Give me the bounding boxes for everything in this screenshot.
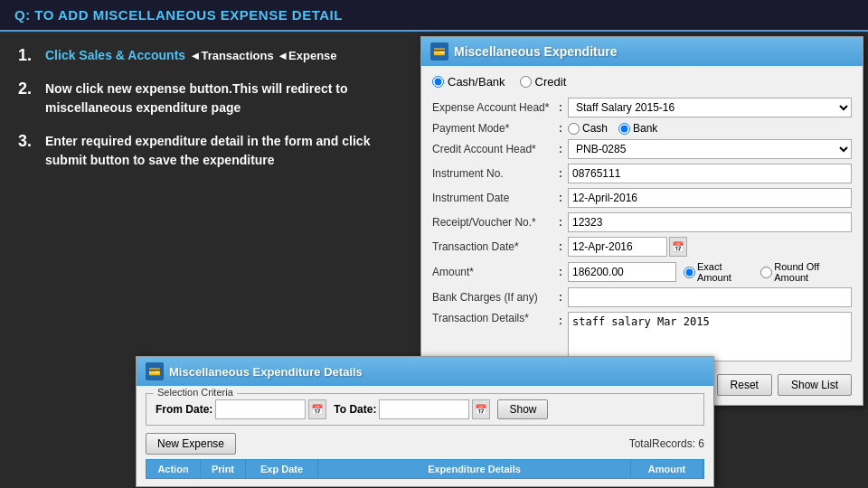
date-filter-row: From Date: 📅 To Date: 📅 Show — [156, 399, 694, 419]
exact-amount-option[interactable]: Exact Amount — [684, 261, 755, 283]
instrument-no-row: Instrument No. : — [432, 164, 852, 183]
to-date-calendar-icon[interactable]: 📅 — [472, 399, 490, 419]
step-number-2: 2. — [18, 80, 36, 99]
page-title: Q: TO ADD MISCELLANEOUS EXPENSE DETAIL — [14, 7, 854, 23]
total-records: TotalRecords: 6 — [629, 437, 704, 450]
instruction-3: 3. Enter required expenditure detail in … — [18, 132, 380, 170]
col-header-action: Action — [146, 460, 201, 478]
selection-criteria-legend: Selection Criteria — [154, 387, 237, 398]
instrument-date-input[interactable] — [568, 188, 852, 208]
from-date-label: From Date: — [156, 403, 212, 416]
content-area: 1. Click Sales & Accounts ◄Transactions … — [0, 32, 868, 487]
instruction-2: 2. Now click new expense button.This wil… — [18, 80, 380, 117]
step-1-text: Click Sales & Accounts — [45, 48, 185, 62]
receipt-voucher-label: Receipt/Voucher No.* — [432, 216, 559, 229]
form-title-icon: 💳 — [430, 42, 448, 61]
transaction-date-wrapper: 📅 — [568, 237, 687, 257]
credit-account-head-row: Credit Account Head* : PNB-0285 — [432, 139, 852, 159]
misc-expenditure-form: 💳 Miscellaneous Expenditure Cash/Bank Cr… — [420, 36, 863, 406]
amount-input[interactable] — [568, 262, 676, 282]
bank-payment-radio[interactable] — [618, 123, 630, 135]
selection-criteria-box: Selection Criteria From Date: 📅 To Date:… — [146, 393, 704, 426]
bottom-title-bar: 💳 Miscellaneous Expenditure Details — [137, 357, 713, 386]
transaction-details-textarea[interactable]: staff salary Mar 2015 — [568, 312, 852, 361]
bank-charges-row: Bank Charges (If any) : — [432, 287, 852, 307]
instrument-no-label: Instrument No. — [432, 167, 559, 180]
new-expense-button[interactable]: New Expense — [146, 433, 236, 455]
cash-credit-radio-group: Cash/Bank Credit — [432, 75, 852, 89]
payment-mode-radios: Cash Bank — [568, 122, 657, 135]
col-header-expdate: Exp Date — [246, 460, 318, 478]
amount-row: Amount* : Exact Amount Round Off Amount — [432, 261, 852, 283]
show-list-button[interactable]: Show List — [778, 374, 852, 396]
to-date-label: To Date: — [334, 403, 376, 416]
cash-radio-option[interactable]: Cash — [568, 122, 608, 135]
bottom-title-text: Miscellaneous Expenditure Details — [169, 365, 363, 379]
instrument-date-row: Instrument Date : — [432, 188, 852, 208]
step-1-arrow: ◄Transactions ◄Expense — [190, 49, 337, 62]
form-title-text: Miscellaneous Expenditure — [454, 44, 618, 59]
amount-options: Exact Amount Round Off Amount — [568, 261, 852, 283]
bank-radio-option[interactable]: Bank — [618, 122, 657, 135]
to-date-field: To Date: 📅 — [334, 399, 490, 419]
amount-radio-group: Exact Amount Round Off Amount — [684, 261, 852, 283]
step-3-text: Enter required expenditure detail in the… — [45, 132, 380, 170]
receipt-voucher-row: Receipt/Voucher No.* : — [432, 212, 852, 232]
step-number-3: 3. — [18, 132, 36, 151]
form-body: Cash/Bank Credit Expense Account Head* :… — [421, 66, 863, 405]
page-header: Q: TO ADD MISCELLANEOUS EXPENSE DETAIL — [0, 0, 868, 32]
from-date-calendar-icon[interactable]: 📅 — [308, 399, 326, 419]
expense-account-head-row: Expense Account Head* : Staff Salary 201… — [432, 98, 852, 117]
instrument-no-input[interactable] — [568, 164, 852, 183]
round-off-option[interactable]: Round Off Amount — [760, 261, 852, 283]
instrument-date-label: Instrument Date — [432, 192, 559, 204]
credit-account-head-select[interactable]: PNB-0285 — [568, 139, 852, 159]
table-header: Action Print Exp Date Expenditure Detail… — [146, 459, 704, 479]
transaction-details-row: Transaction Details* : staff salary Mar … — [432, 312, 852, 361]
bottom-body: Selection Criteria From Date: 📅 To Date:… — [137, 386, 713, 486]
round-off-radio[interactable] — [760, 267, 772, 278]
col-header-amount: Amount — [631, 460, 703, 478]
payment-mode-row: Payment Mode* : Cash Bank — [432, 122, 852, 135]
col-header-print: Print — [201, 460, 246, 478]
bank-charges-input[interactable] — [568, 287, 852, 307]
transaction-details-label: Transaction Details* — [432, 312, 559, 324]
to-date-input[interactable] — [379, 399, 469, 419]
amount-label: Amount* — [432, 266, 559, 278]
reset-button[interactable]: Reset — [717, 374, 772, 396]
receipt-voucher-input[interactable] — [568, 212, 852, 232]
expense-account-head-select[interactable]: Staff Salary 2015-16 — [568, 98, 852, 117]
step-number-1: 1. — [18, 46, 36, 65]
transaction-date-input[interactable] — [568, 237, 667, 257]
step-2-text: Now click new expense button.This will r… — [45, 80, 380, 117]
credit-option[interactable]: Credit — [520, 75, 567, 89]
bank-charges-label: Bank Charges (If any) — [432, 291, 559, 304]
from-date-field: From Date: 📅 — [156, 399, 326, 419]
instruction-1: 1. Click Sales & Accounts ◄Transactions … — [18, 46, 380, 65]
expense-account-head-label: Expense Account Head* — [432, 101, 559, 114]
cash-bank-option[interactable]: Cash/Bank — [432, 75, 505, 89]
expenditure-details-panel: 💳 Miscellaneous Expenditure Details Sele… — [136, 356, 714, 487]
from-date-input[interactable] — [215, 399, 306, 419]
payment-mode-label: Payment Mode* — [432, 122, 559, 135]
show-button[interactable]: Show — [497, 399, 548, 419]
cash-payment-radio[interactable] — [568, 123, 580, 135]
exact-amount-radio[interactable] — [684, 267, 695, 278]
form-title-bar: 💳 Miscellaneous Expenditure — [421, 37, 863, 66]
bottom-title-icon: 💳 — [146, 362, 164, 380]
cash-bank-radio[interactable] — [432, 76, 444, 88]
transaction-date-label: Transaction Date* — [432, 240, 559, 253]
credit-account-head-label: Credit Account Head* — [432, 143, 559, 155]
col-header-expdetail: Expenditure Details — [318, 460, 631, 478]
credit-radio[interactable] — [520, 76, 532, 88]
transaction-date-row: Transaction Date* : 📅 — [432, 237, 852, 257]
bottom-toolbar: New Expense TotalRecords: 6 — [146, 433, 704, 455]
transaction-date-calendar-icon[interactable]: 📅 — [669, 237, 687, 257]
